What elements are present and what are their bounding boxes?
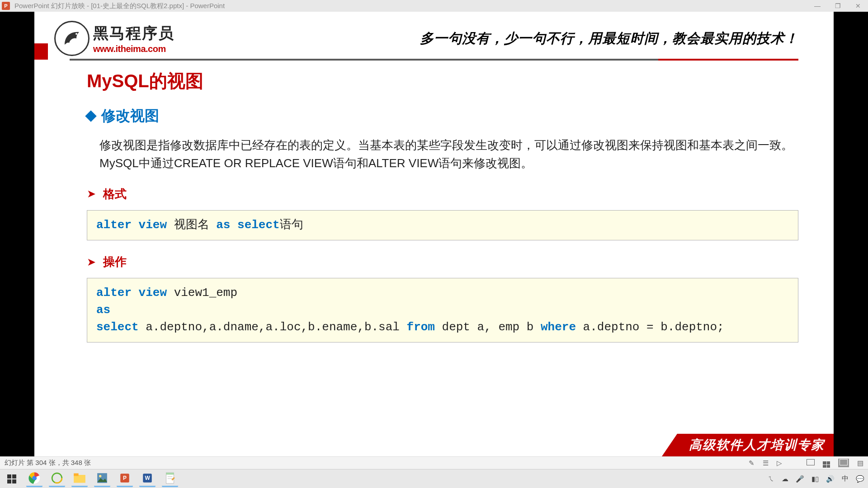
view-reading-icon[interactable]	[838, 459, 849, 467]
window-title: PowerPoint 幻灯片放映 - [01-史上最全的SQL教程2.pptx]…	[14, 2, 225, 10]
paragraph: 修改视图是指修改数据库中已经存在的表的定义。当基本表的某些字段发生改变时，可以通…	[87, 136, 798, 173]
section-format-label: 格式	[103, 186, 127, 202]
footer-banner: 高级软件人才培训专家	[662, 434, 834, 456]
code-kw: from	[407, 320, 435, 334]
code-kw: as select	[216, 218, 279, 232]
code-text: 视图名	[167, 218, 216, 232]
logo-url: www.itheima.com	[93, 44, 175, 54]
slide-subtitle: 修改视图	[87, 106, 798, 126]
slideshow-stage: 黑马程序员 www.itheima.com 多一句没有，少一句不行，用最短时间，…	[0, 12, 868, 456]
code-text: view1_emp	[167, 286, 237, 300]
powerpoint-taskbar-icon[interactable]: P	[117, 471, 133, 487]
section-operation-label: 操作	[103, 254, 127, 270]
tray-chevron-icon[interactable]: ㄟ	[768, 474, 774, 483]
view-play-icon[interactable]: ▷	[777, 459, 782, 467]
close-button[interactable]: ✕	[855, 2, 861, 9]
subtitle-text: 修改视图	[101, 106, 159, 126]
code-kw: where	[541, 320, 576, 334]
section-format: ➤ 格式	[87, 186, 798, 202]
view-menu-icon[interactable]: ☰	[763, 459, 769, 467]
view-controls: ✎ ☰ ▷ ▤	[749, 458, 863, 468]
tray-cloud-icon[interactable]: ☁	[782, 475, 788, 483]
code-operation: alter view view1_emp as select a.deptno,…	[87, 278, 798, 343]
file-explorer-icon[interactable]	[71, 471, 88, 487]
view-normal-icon[interactable]	[807, 459, 815, 467]
tray-notifications-icon[interactable]: 💬	[856, 475, 864, 483]
arrow-icon: ➤	[87, 256, 96, 268]
code-kw: alter view	[96, 286, 167, 300]
tray-mic-icon[interactable]: 🎤	[796, 475, 804, 483]
view-pen-icon[interactable]: ✎	[749, 459, 755, 467]
code-text: 语句	[280, 218, 303, 232]
code-text: a.deptno,a.dname,a.loc,b.ename,b.sal	[139, 320, 407, 334]
svg-rect-3	[7, 479, 11, 483]
logo-text-cn: 黑马程序员	[93, 23, 175, 44]
header-divider	[70, 59, 798, 61]
start-button[interactable]	[4, 471, 20, 487]
browser-icon[interactable]	[49, 471, 65, 487]
code-kw: alter view	[96, 218, 167, 232]
word-taskbar-icon[interactable]: W	[139, 471, 156, 487]
svg-rect-4	[12, 479, 16, 483]
minimize-button[interactable]: —	[814, 2, 821, 9]
svg-text:W: W	[145, 475, 150, 481]
view-sorter-icon[interactable]	[823, 458, 830, 468]
code-text: dept a, emp b	[435, 320, 541, 334]
svg-rect-9	[74, 475, 85, 483]
view-slideshow-icon[interactable]: ▤	[857, 459, 863, 467]
statusbar: 幻灯片 第 304 张，共 348 张 ✎ ☰ ▷ ▤	[0, 456, 868, 469]
slide: 黑马程序员 www.itheima.com 多一句没有，少一句不行，用最短时间，…	[34, 12, 834, 456]
slogan-text: 多一句没有，少一句不行，用最短时间，教会最实用的技术！	[420, 29, 798, 48]
code-kw: as	[96, 303, 110, 317]
slide-header: 黑马程序员 www.itheima.com 多一句没有，少一句不行，用最短时间，…	[34, 12, 834, 56]
chrome-icon[interactable]	[26, 471, 42, 487]
taskbar: P W ㄟ ☁ 🎤 ▮▯ 🔊 中 💬	[0, 469, 868, 488]
svg-point-12	[99, 475, 101, 477]
side-accent	[34, 43, 48, 60]
tray-battery-icon[interactable]: ▮▯	[811, 475, 819, 483]
arrow-icon: ➤	[87, 188, 96, 200]
system-tray: ㄟ ☁ 🎤 ▮▯ 🔊 中 💬	[768, 474, 864, 483]
maximize-button[interactable]: ❐	[835, 2, 841, 9]
powerpoint-icon: P	[2, 2, 10, 10]
svg-rect-18	[166, 473, 174, 474]
svg-text:P: P	[123, 475, 127, 481]
code-kw: select	[96, 320, 139, 334]
svg-rect-10	[74, 474, 79, 476]
slide-content: MySQL的视图 修改视图 修改视图是指修改数据库中已经存在的表的定义。当基本表…	[34, 61, 834, 343]
slide-title: MySQL的视图	[87, 69, 798, 94]
window-titlebar: P PowerPoint 幻灯片放映 - [01-史上最全的SQL教程2.ppt…	[0, 0, 868, 12]
svg-point-0	[75, 33, 77, 35]
slide-counter: 幻灯片 第 304 张，共 348 张	[5, 459, 91, 467]
imageviewer-icon[interactable]	[94, 471, 110, 487]
notepad-icon[interactable]	[162, 471, 178, 487]
svg-rect-1	[7, 474, 11, 479]
diamond-icon	[85, 110, 96, 122]
svg-rect-2	[12, 474, 16, 479]
logo-circle-icon	[54, 21, 90, 56]
code-text: a.deptno = b.deptno;	[576, 320, 724, 334]
code-format: alter view 视图名 as select语句	[87, 210, 798, 241]
tray-ime-icon[interactable]: 中	[842, 474, 849, 483]
logo: 黑马程序员 www.itheima.com	[54, 21, 175, 56]
section-operation: ➤ 操作	[87, 254, 798, 270]
tray-volume-icon[interactable]: 🔊	[826, 475, 835, 483]
